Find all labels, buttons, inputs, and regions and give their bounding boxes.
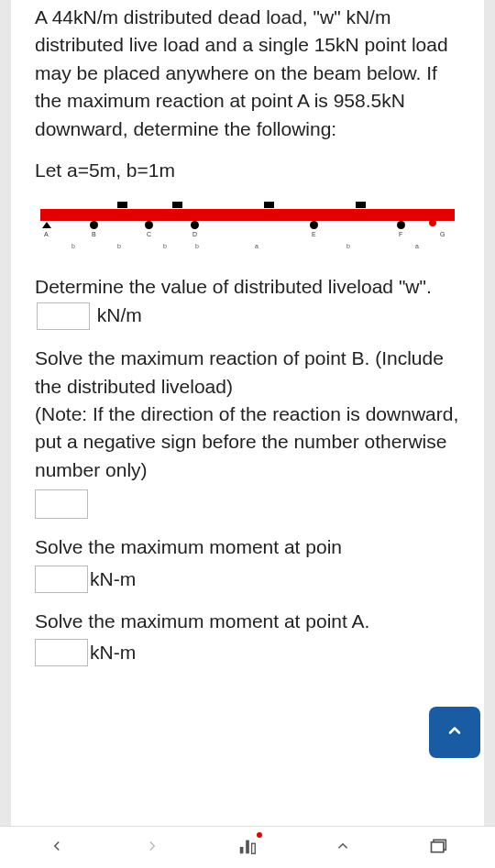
- chevron-right-icon: [144, 838, 160, 858]
- svg-rect-2: [252, 843, 256, 853]
- beam-node-dot: [191, 221, 199, 229]
- svg-rect-3: [432, 841, 444, 852]
- question-card: A 44kN/m distributed dead load, "w" kN/m…: [11, 0, 484, 868]
- beam-end-dot: [429, 219, 436, 226]
- beam-node-dot: [145, 221, 153, 229]
- question-main-text: A 44kN/m distributed dead load, "w" kN/m…: [35, 0, 460, 143]
- nav-home-button[interactable]: [229, 834, 266, 862]
- sub-question-2: Solve the maximum reaction of point B. (…: [35, 345, 460, 484]
- sub1-text: Determine the value of distributed livel…: [35, 276, 432, 297]
- beam-dim: b: [117, 243, 121, 249]
- chevron-left-icon: [49, 838, 65, 858]
- nav-tabs-button[interactable]: [420, 834, 456, 862]
- beam-label: F: [399, 231, 402, 237]
- tabs-icon: [429, 838, 447, 858]
- answer-input-moment-a[interactable]: [35, 639, 88, 666]
- sub3-unit: kN-m: [90, 568, 136, 590]
- beam-node-dot: [310, 221, 318, 229]
- beam-triangle-support: [42, 222, 51, 228]
- beam-node-dot: [397, 221, 405, 229]
- beam-dim: a: [415, 243, 419, 249]
- nav-back-button[interactable]: [38, 834, 75, 862]
- beam-support: [264, 202, 274, 208]
- answer-input-moment-trunc[interactable]: [35, 566, 88, 593]
- beam-dim: b: [72, 243, 75, 249]
- answer-input-reaction-b[interactable]: [35, 489, 88, 519]
- sub1-unit: kN/m: [97, 304, 142, 325]
- beam-dim: b: [346, 243, 350, 249]
- scroll-to-top-button[interactable]: [429, 707, 480, 758]
- beam-label: E: [312, 231, 316, 237]
- beam-support: [172, 202, 182, 208]
- sub-question-4: Solve the maximum moment at point A.: [35, 608, 460, 635]
- beam-support: [117, 202, 127, 208]
- beam-label: D: [192, 231, 197, 237]
- caret-up-icon: [335, 838, 351, 858]
- beam-label: C: [147, 231, 151, 237]
- bottom-nav-bar: [0, 826, 495, 868]
- nav-up-button[interactable]: [324, 834, 361, 862]
- beam-dim: b: [163, 243, 167, 249]
- beam-label: G: [440, 231, 445, 237]
- answer-input-w[interactable]: [37, 302, 90, 330]
- nav-forward-button[interactable]: [134, 834, 170, 862]
- notification-dot-icon: [257, 832, 262, 838]
- svg-rect-0: [240, 846, 244, 852]
- beam-dim: b: [195, 243, 199, 249]
- sub-question-1: Determine the value of distributed livel…: [35, 273, 460, 330]
- sub4-unit: kN-m: [90, 642, 136, 664]
- chevron-up-icon: [446, 721, 464, 743]
- beam-bar: [40, 209, 455, 221]
- sub-question-3: Solve the maximum moment at poin: [35, 533, 460, 561]
- question-let-text: Let a=5m, b=1m: [35, 159, 460, 181]
- beam-diagram: A B C D E F G b b b b a b a: [35, 202, 460, 257]
- beam-label: B: [92, 231, 96, 237]
- svg-rect-1: [246, 840, 249, 853]
- beam-node-dot: [90, 221, 98, 229]
- beam-support: [356, 202, 366, 208]
- beam-dim: a: [255, 243, 258, 249]
- beam-label: A: [44, 231, 49, 237]
- home-bars-icon: [237, 838, 258, 858]
